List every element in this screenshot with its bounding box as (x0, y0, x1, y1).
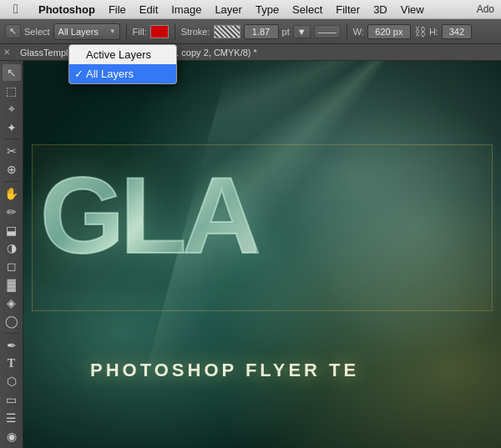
menubar:  Photoshop File Edit Image Layer Type S… (0, 0, 501, 19)
history-brush-btn[interactable]: ◑ (3, 240, 21, 257)
stroke-align-btn[interactable]: —— (314, 25, 341, 38)
stroke-unit: pt (282, 27, 290, 37)
magic-wand-btn[interactable]: ✦ (3, 119, 21, 136)
menu-layer[interactable]: Layer (208, 3, 249, 16)
path-btn[interactable]: ⬡ (3, 373, 21, 390)
width-label: W: (353, 27, 364, 37)
glass-text-outline: GLA (40, 161, 256, 269)
apple-icon:  (13, 2, 18, 16)
left-toolbar: ↖ ⬚ ⌖ ✦ ✂ ⊕ ✋ ✏ ⬓ ◑ ◻ ▓ ◈ ◯ ✒ T ⬡ ▭ ☰ ◉ (0, 61, 23, 448)
menu-view[interactable]: View (394, 3, 431, 16)
menubar-right-text: Ado (477, 3, 501, 15)
width-input[interactable] (367, 24, 411, 39)
dodge-btn[interactable]: ◯ (3, 313, 21, 330)
brush-btn[interactable]: ✏ (3, 204, 21, 220)
active-layers-checkmark (74, 48, 78, 61)
menu-3d[interactable]: 3D (367, 3, 394, 16)
lasso-tool-btn[interactable]: ⌖ (3, 101, 21, 118)
height-input[interactable] (442, 24, 472, 39)
fill-color-box[interactable] (150, 25, 169, 38)
layer-dropdown-label: All Layers (58, 27, 99, 37)
all-layers-label: All Layers (86, 68, 134, 80)
layer-dropdown[interactable]: All Layers (53, 23, 120, 40)
healing-btn[interactable]: ✋ (3, 185, 21, 202)
tool-separator-2 (3, 181, 20, 182)
stroke-label: Stroke: (181, 27, 210, 37)
menu-file[interactable]: File (102, 3, 133, 16)
apple-logo[interactable]:  (0, 2, 32, 17)
menu-select[interactable]: Select (286, 3, 329, 16)
eraser-btn[interactable]: ◻ (3, 258, 21, 274)
type-btn[interactable]: T (3, 355, 21, 372)
separator-1 (126, 23, 127, 40)
tool-arrow-btn[interactable]: ↖ (5, 24, 21, 38)
height-label: H: (429, 27, 438, 37)
toolbar: ↖ Select All Layers Fill: Stroke: pt ▼ —… (0, 19, 501, 44)
move-tool-btn[interactable]: ↖ (3, 64, 21, 81)
pen-btn[interactable]: ✒ (3, 337, 21, 354)
tab-close-btn[interactable]: ✕ (0, 48, 13, 57)
active-layers-label: Active Layers (86, 48, 151, 61)
menu-filter[interactable]: Filter (329, 3, 367, 16)
link-icon[interactable]: ⛓ (414, 25, 426, 38)
tool-separator-1 (3, 138, 20, 139)
menu-edit[interactable]: Edit (133, 3, 164, 16)
subtitle-text: PHOTOSHOP FLYER TE (90, 360, 359, 381)
stroke-value-input[interactable] (244, 24, 279, 39)
separator-3 (347, 23, 347, 40)
fill-label: Fill: (133, 27, 147, 37)
all-layers-checkmark: ✓ (74, 68, 84, 80)
stroke-preview[interactable] (214, 25, 240, 38)
marquee-tool-btn[interactable]: ⬚ (3, 83, 21, 99)
zoom-btn[interactable]: ◉ (3, 428, 21, 445)
menu-type[interactable]: Type (249, 3, 286, 16)
select-label: Select (24, 27, 50, 37)
shape-btn[interactable]: ▭ (3, 391, 21, 408)
clone-btn[interactable]: ⬓ (3, 222, 21, 239)
notes-btn[interactable]: ☰ (3, 410, 21, 426)
gradient-btn[interactable]: ▓ (3, 276, 21, 293)
stroke-options-btn[interactable]: ▼ (293, 25, 311, 38)
menu-image[interactable]: Image (164, 3, 208, 16)
main-area: ↖ ⬚ ⌖ ✦ ✂ ⊕ ✋ ✏ ⬓ ◑ ◻ ▓ ◈ ◯ ✒ T ⬡ ▭ ☰ ◉ … (0, 61, 501, 448)
app-name: Photoshop (32, 3, 102, 16)
separator-2 (175, 23, 175, 40)
layer-dropdown-popup: Active Layers ✓ All Layers (68, 44, 177, 84)
eyedropper-btn[interactable]: ⊕ (3, 161, 21, 178)
blur-btn[interactable]: ◈ (3, 294, 21, 311)
canvas-area[interactable]: GLA GLA PHOTOSHOP FLYER TE (23, 61, 501, 448)
dropdown-item-active-layers[interactable]: Active Layers (69, 45, 176, 64)
dropdown-item-all-layers[interactable]: ✓ All Layers (69, 64, 176, 83)
crop-tool-btn[interactable]: ✂ (3, 143, 21, 159)
artwork: GLA GLA PHOTOSHOP FLYER TE (23, 61, 501, 448)
tool-separator-3 (3, 333, 20, 334)
